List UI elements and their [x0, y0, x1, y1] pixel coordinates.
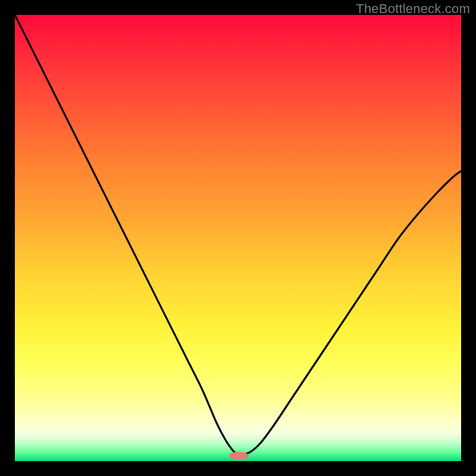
plot-area [15, 15, 461, 461]
optimal-marker [229, 452, 249, 460]
bottleneck-curve [15, 15, 461, 454]
chart-frame: TheBottleneck.com [0, 0, 476, 476]
chart-svg [15, 15, 461, 461]
